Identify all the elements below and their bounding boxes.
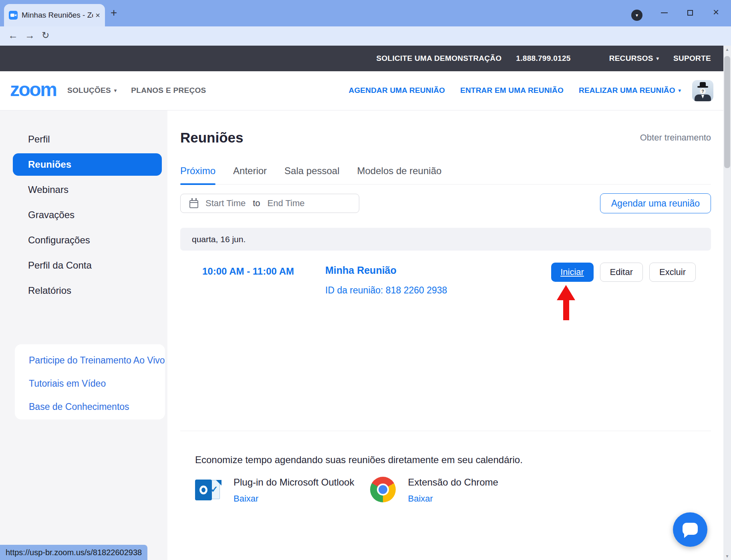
caret-down-icon: ▾ — [679, 88, 681, 93]
sidebar-item-relatorios[interactable]: Relatórios — [0, 278, 167, 303]
request-demo-link[interactable]: SOLICITE UMA DEMONSTRAÇÃO — [376, 54, 501, 63]
chat-widget-button[interactable] — [673, 512, 707, 547]
solutions-menu[interactable]: SOLUÇÕES ▾ — [67, 86, 117, 95]
to-label: to — [253, 198, 260, 209]
close-tab-icon[interactable]: × — [95, 11, 100, 19]
live-training-link[interactable]: Participe do Treinamento Ao Vivo — [29, 355, 165, 366]
zoom-topbar: SOLICITE UMA DEMONSTRAÇÃO 1.888.799.0125… — [0, 46, 723, 71]
back-icon[interactable]: ← — [8, 30, 18, 41]
edit-meeting-button[interactable]: Editar — [600, 263, 643, 282]
sidebar-item-webinars[interactable]: Webinars — [0, 177, 167, 202]
caret-down-icon: ▾ — [656, 56, 659, 61]
sidebar-item-reunioes[interactable]: Reuniões — [13, 153, 162, 176]
start-meeting-button[interactable]: Iniciar — [551, 263, 594, 282]
screen: Minhas Reuniões - Zoom × + ▾ × ← → ↻ usp… — [0, 0, 731, 560]
page-scrollbar[interactable]: ▲ ▼ — [723, 46, 731, 560]
zoom-logo[interactable]: zoom — [10, 78, 56, 100]
chrome-download-link[interactable]: Baixar — [408, 494, 498, 504]
minimize-window-icon[interactable] — [661, 12, 668, 13]
date-group-header: quarta, 16 jun. — [180, 228, 711, 251]
forward-icon[interactable]: → — [25, 30, 35, 41]
reload-icon[interactable]: ↻ — [42, 30, 49, 41]
chat-bubble-icon — [683, 523, 698, 535]
support-link[interactable]: SUPORTE — [673, 54, 711, 63]
account-avatar[interactable]: ? — [692, 80, 713, 101]
filter-row: Start Time to End Time Agendar uma reuni… — [180, 193, 711, 213]
meeting-title-link[interactable]: Minha Reunião — [325, 265, 397, 276]
tab-anterior[interactable]: Anterior — [233, 165, 267, 184]
browser-toolbar: ← → ↻ usp-br.zoom.us/meeting?_x_zm_rtaid… — [0, 26, 731, 46]
tab-proximo[interactable]: Próximo — [180, 165, 215, 184]
sidebar-item-perfil[interactable]: Perfil — [0, 126, 167, 152]
start-time-field[interactable]: Start Time — [205, 198, 246, 209]
scrollbar-thumb[interactable] — [724, 56, 730, 168]
chrome-extension-title: Extensão do Chrome — [408, 477, 498, 488]
sidebar: Perfil Reuniões Webinars Gravações Confi… — [0, 110, 167, 560]
video-tutorials-link[interactable]: Tutoriais em Vídeo — [29, 378, 165, 389]
get-training-link[interactable]: Obter treinamento — [640, 132, 711, 143]
chrome-icon — [370, 477, 396, 502]
scroll-up-icon[interactable]: ▲ — [723, 47, 731, 52]
zoom-favicon-icon — [9, 11, 18, 20]
header-nav-left: SOLUÇÕES ▾ PLANOS E PREÇOS — [67, 86, 206, 95]
plans-pricing-link[interactable]: PLANOS E PREÇOS — [131, 86, 206, 95]
browser-tab[interactable]: Minhas Reuniões - Zoom × — [4, 4, 105, 26]
caret-down-icon: ▾ — [114, 88, 117, 93]
tab-modelos-de-reuniao[interactable]: Modelos de reunião — [357, 165, 442, 184]
meeting-id: ID da reunião: 818 2260 2938 — [325, 285, 447, 296]
sidebar-item-gravacoes[interactable]: Gravações — [0, 202, 167, 227]
tab-sala-pessoal[interactable]: Sala pessoal — [284, 165, 339, 184]
zoom-header: zoom SOLUÇÕES ▾ PLANOS E PREÇOS AGENDAR … — [0, 71, 723, 110]
meeting-tabs: Próximo Anterior Sala pessoal Modelos de… — [180, 165, 711, 185]
schedule-meeting-button[interactable]: Agendar uma reunião — [600, 193, 711, 213]
date-range-picker[interactable]: Start Time to End Time — [180, 194, 359, 213]
main-content: Reuniões Obter treinamento Próximo Anter… — [167, 110, 723, 560]
browser-tab-strip: Minhas Reuniões - Zoom × + ▾ × — [0, 0, 731, 26]
scroll-down-icon[interactable]: ▼ — [723, 554, 731, 558]
section-divider — [180, 431, 711, 431]
tab-title: Minhas Reuniões - Zoom — [22, 11, 93, 20]
outlook-icon: ✓ — [195, 477, 222, 503]
resources-menu[interactable]: RECURSOS ▾ — [609, 54, 659, 63]
chrome-extension: Extensão do Chrome Baixar — [370, 477, 498, 504]
outlook-plugin-title: Plug-in do Microsoft Outlook — [234, 477, 354, 488]
title-row: Reuniões Obter treinamento — [180, 129, 711, 146]
phone-number: 1.888.799.0125 — [516, 54, 570, 63]
meeting-actions: Iniciar Editar Excluir — [551, 263, 696, 282]
outlook-plugin: ✓ Plug-in do Microsoft Outlook Baixar — [195, 477, 354, 504]
red-arrow-annotation — [557, 285, 575, 320]
sidebar-item-perfil-da-conta[interactable]: Perfil da Conta — [0, 253, 167, 278]
host-meeting-menu[interactable]: REALIZAR UMA REUNIÃO ▾ — [579, 86, 681, 95]
page-title: Reuniões — [180, 130, 244, 146]
plugins-row: ✓ Plug-in do Microsoft Outlook Baixar Ex… — [180, 477, 711, 504]
join-meeting-link[interactable]: ENTRAR EM UMA REUNIÃO — [460, 86, 564, 95]
maximize-window-icon[interactable] — [687, 10, 693, 16]
end-time-field[interactable]: End Time — [268, 198, 305, 209]
close-window-icon[interactable]: × — [713, 7, 719, 17]
status-bar-link: https://usp-br.zoom.us/s/81822602938 — [0, 545, 147, 560]
knowledge-base-link[interactable]: Base de Conhecimentos — [29, 401, 165, 412]
video-camera-icon — [10, 14, 14, 17]
delete-meeting-button[interactable]: Excluir — [649, 263, 696, 282]
outlook-download-link[interactable]: Baixar — [234, 494, 354, 504]
training-card: Participe do Treinamento Ao Vivo Tutoria… — [15, 344, 165, 419]
schedule-meeting-link[interactable]: AGENDAR UMA REUNIÃO — [348, 86, 445, 95]
sidebar-nav: Perfil Reuniões Webinars Gravações Confi… — [0, 110, 167, 303]
meeting-time: 10:00 AM - 11:00 AM — [202, 266, 294, 277]
calendar-promo-text: Economize tempo agendando suas reuniões … — [180, 454, 711, 466]
new-tab-button[interactable]: + — [111, 6, 117, 19]
sidebar-item-configuracoes[interactable]: Configurações — [0, 227, 167, 253]
header-nav-right: AGENDAR UMA REUNIÃO ENTRAR EM UMA REUNIÃ… — [348, 86, 681, 95]
calendar-icon — [189, 200, 198, 208]
meeting-row: 10:00 AM - 11:00 AM Minha Reunião ID da … — [180, 262, 711, 302]
tab-search-icon[interactable]: ▾ — [631, 10, 642, 21]
